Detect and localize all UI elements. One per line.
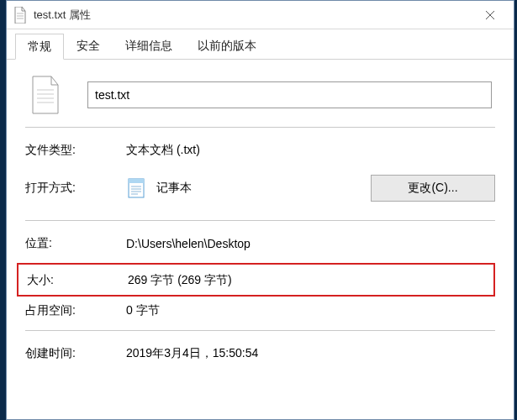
size-highlight: 大小: 269 字节 (269 字节) (17, 263, 495, 297)
sizeondisk-row: 占用空间: 0 字节 (25, 300, 495, 322)
file-type-icon (29, 75, 62, 115)
created-label: 创建时间: (25, 346, 126, 361)
size-value: 269 字节 (269 字节) (128, 273, 493, 288)
window-title: test.txt 属性 (34, 8, 473, 23)
file-icon (13, 7, 27, 24)
filename-row (25, 75, 495, 115)
filename-input[interactable] (87, 81, 492, 108)
filetype-label: 文件类型: (25, 143, 126, 158)
size-label: 大小: (27, 273, 128, 288)
tab-details[interactable]: 详细信息 (113, 33, 185, 59)
separator (25, 220, 495, 221)
tab-security[interactable]: 安全 (64, 33, 113, 59)
titlebar: test.txt 属性 (7, 1, 514, 29)
tab-content: 文件类型: 文本文档 (.txt) 打开方式: 记事本 更改(C)... 位置: (7, 60, 514, 419)
sizeondisk-value: 0 字节 (126, 303, 495, 318)
location-label: 位置: (25, 236, 126, 251)
close-button[interactable] (473, 3, 507, 27)
tab-general[interactable]: 常规 (15, 34, 64, 60)
location-row: 位置: D:\Users\helen\Desktop (25, 233, 495, 255)
separator (25, 127, 495, 128)
created-row: 创建时间: 2019年3月4日，15:50:54 (25, 343, 495, 365)
notepad-icon (126, 177, 148, 199)
separator (25, 330, 495, 331)
sizeondisk-label: 占用空间: (25, 303, 126, 318)
filetype-value: 文本文档 (.txt) (126, 143, 495, 158)
change-button[interactable]: 更改(C)... (371, 175, 495, 202)
properties-dialog: test.txt 属性 常规 安全 详细信息 以前的版本 (6, 0, 514, 420)
tab-strip: 常规 安全 详细信息 以前的版本 (7, 29, 514, 60)
svg-rect-10 (129, 179, 144, 183)
openwith-row: 打开方式: 记事本 更改(C)... (25, 170, 495, 212)
tab-previous-versions[interactable]: 以前的版本 (185, 33, 269, 59)
openwith-label: 打开方式: (25, 181, 126, 196)
close-icon (485, 10, 495, 20)
location-value: D:\Users\helen\Desktop (126, 237, 495, 250)
size-row: 大小: 269 字节 (269 字节) (18, 270, 493, 291)
openwith-app-name: 记事本 (156, 181, 192, 196)
filetype-row: 文件类型: 文本文档 (.txt) (25, 139, 495, 161)
created-value: 2019年3月4日，15:50:54 (126, 346, 495, 361)
